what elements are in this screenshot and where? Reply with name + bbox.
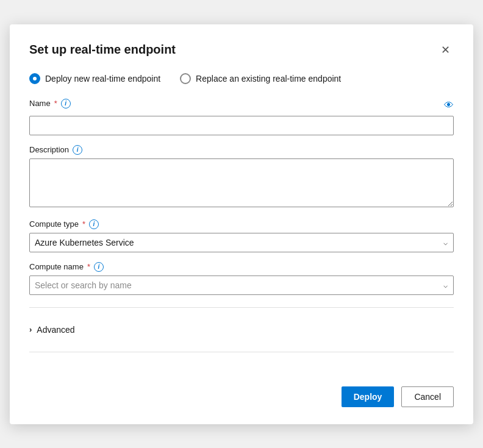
description-label-row: Description i (29, 145, 454, 155)
radio-circle-deploy-new (29, 73, 40, 84)
compute-type-info-icon[interactable]: i (89, 219, 99, 229)
footer: Deploy Cancel (29, 377, 454, 407)
advanced-section[interactable]: › Advanced (29, 320, 454, 340)
name-input[interactable] (29, 116, 454, 135)
description-label-text: Description (29, 145, 69, 154)
compute-type-select-wrapper: Azure Kubernetes Service ⌵ (29, 233, 454, 252)
name-label: Name * i (29, 99, 71, 108)
radio-group: Deploy new real-time endpoint Replace an… (29, 73, 454, 84)
eye-icon[interactable]: 👁 (444, 100, 454, 111)
radio-circle-replace-existing (180, 73, 191, 84)
radio-option-deploy-new[interactable]: Deploy new real-time endpoint (29, 73, 160, 84)
dialog-title: Set up real-time endpoint (29, 43, 176, 57)
dialog: Set up real-time endpoint ✕ Deploy new r… (10, 24, 473, 424)
description-input[interactable] (29, 158, 454, 207)
radio-label-deploy-new: Deploy new real-time endpoint (45, 74, 160, 84)
compute-name-label-row: Compute name * i (29, 262, 454, 272)
close-button[interactable]: ✕ (437, 41, 454, 59)
deploy-button-label: Deploy (354, 392, 382, 402)
advanced-label: Advanced (37, 325, 74, 335)
name-label-group: Name * i (29, 99, 71, 112)
description-section: Description i (29, 145, 454, 210)
compute-name-section: Compute name * i Select or search by nam… (29, 262, 454, 295)
compute-type-label-text: Compute type (29, 219, 79, 229)
compute-name-label-text: Compute name (29, 262, 84, 271)
name-label-row: Name * i 👁 (29, 99, 454, 112)
compute-type-select[interactable]: Azure Kubernetes Service (29, 233, 454, 252)
compute-name-required-star: * (87, 262, 90, 271)
compute-name-select-wrapper: Select or search by name ⌵ (29, 276, 454, 295)
compute-type-value: Azure Kubernetes Service (35, 238, 134, 247)
advanced-chevron-icon: › (29, 325, 32, 334)
name-info-icon[interactable]: i (61, 99, 71, 108)
dialog-header: Set up real-time endpoint ✕ (29, 41, 454, 59)
radio-option-replace-existing[interactable]: Replace an existing real-time endpoint (180, 73, 341, 84)
radio-label-replace-existing: Replace an existing real-time endpoint (196, 74, 341, 84)
divider-bottom (29, 352, 454, 352)
close-icon: ✕ (441, 43, 450, 57)
compute-name-info-icon[interactable]: i (94, 262, 104, 272)
divider-top (29, 307, 454, 308)
name-required-star: * (54, 99, 57, 108)
cancel-button[interactable]: Cancel (401, 386, 454, 407)
compute-name-placeholder: Select or search by name (35, 280, 132, 290)
deploy-button[interactable]: Deploy (342, 386, 395, 407)
compute-name-select[interactable]: Select or search by name (29, 276, 454, 295)
compute-type-required-star: * (82, 219, 85, 229)
cancel-button-label: Cancel (414, 392, 441, 402)
name-label-text: Name (29, 99, 51, 108)
description-info-icon[interactable]: i (73, 145, 82, 155)
compute-type-section: Compute type * i Azure Kubernetes Servic… (29, 219, 454, 252)
compute-type-label-row: Compute type * i (29, 219, 454, 229)
name-section: Name * i 👁 (29, 99, 454, 135)
